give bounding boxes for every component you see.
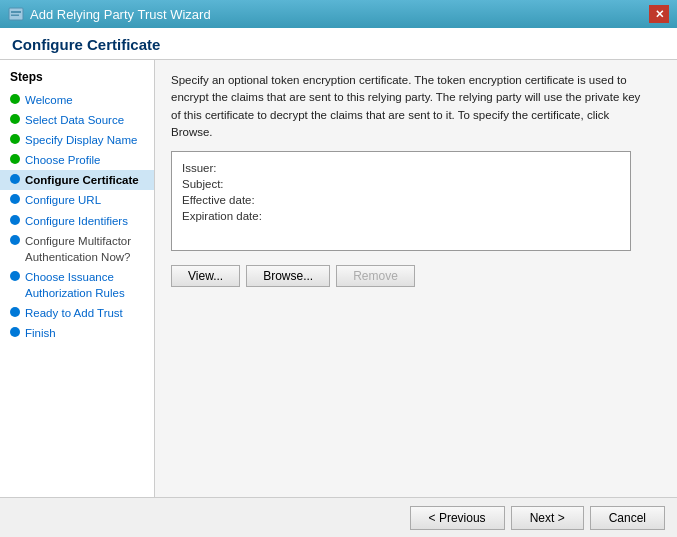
sidebar-item-welcome[interactable]: Welcome	[0, 90, 154, 110]
close-button[interactable]: ✕	[649, 5, 669, 23]
previous-button[interactable]: < Previous	[410, 506, 505, 530]
sidebar-item-label: Configure URL	[25, 192, 101, 208]
step-dot-display	[10, 134, 20, 144]
step-dot-cert	[10, 174, 20, 184]
sidebar-item-label: Ready to Add Trust	[25, 305, 123, 321]
view-button[interactable]: View...	[171, 265, 240, 287]
step-dot-select	[10, 114, 20, 124]
page-title: Configure Certificate	[12, 36, 665, 53]
sidebar-item-label: Specify Display Name	[25, 132, 137, 148]
step-dot-welcome	[10, 94, 20, 104]
certificate-details-box: Issuer: Subject: Effective date: Expirat…	[171, 151, 631, 251]
step-dot-issuance	[10, 271, 20, 281]
sidebar-title: Steps	[0, 70, 154, 90]
sidebar-item-label: Configure Identifiers	[25, 213, 128, 229]
cert-expiration-row: Expiration date:	[182, 208, 620, 224]
sidebar-item-label: Finish	[25, 325, 56, 341]
remove-button[interactable]: Remove	[336, 265, 415, 287]
svg-rect-1	[11, 11, 21, 13]
sidebar-item-choose-profile[interactable]: Choose Profile	[0, 150, 154, 170]
title-bar-text: Add Relying Party Trust Wizard	[30, 7, 211, 22]
step-dot-profile	[10, 154, 20, 164]
sidebar-item-label: Choose Issuance Authorization Rules	[25, 269, 144, 301]
main-window: Configure Certificate Steps Welcome Sele…	[0, 28, 677, 537]
cert-effective-label: Effective date:	[182, 194, 255, 206]
step-dot-multifactor	[10, 235, 20, 245]
cert-issuer-label: Issuer:	[182, 162, 217, 174]
sidebar-item-configure-identifiers[interactable]: Configure Identifiers	[0, 211, 154, 231]
description-text: Specify an optional token encryption cer…	[171, 72, 651, 141]
sidebar-item-label: Select Data Source	[25, 112, 124, 128]
svg-rect-0	[9, 8, 23, 20]
sidebar-item-label: Configure Certificate	[25, 172, 139, 188]
cert-subject-label: Subject:	[182, 178, 224, 190]
sidebar-item-label: Choose Profile	[25, 152, 100, 168]
sidebar-item-configure-multifactor[interactable]: Configure Multifactor Authentication Now…	[0, 231, 154, 267]
cert-button-row: View... Browse... Remove	[171, 265, 661, 287]
cert-subject-row: Subject:	[182, 176, 620, 192]
sidebar-item-configure-certificate[interactable]: Configure Certificate	[0, 170, 154, 190]
sidebar-item-ready-to-add[interactable]: Ready to Add Trust	[0, 303, 154, 323]
sidebar-item-label: Configure Multifactor Authentication Now…	[25, 233, 144, 265]
window-header: Configure Certificate	[0, 28, 677, 60]
browse-button[interactable]: Browse...	[246, 265, 330, 287]
cert-effective-row: Effective date:	[182, 192, 620, 208]
title-bar: Add Relying Party Trust Wizard ✕	[0, 0, 677, 28]
step-dot-url	[10, 194, 20, 204]
main-panel: Specify an optional token encryption cer…	[155, 60, 677, 497]
footer: < Previous Next > Cancel	[0, 497, 677, 537]
svg-rect-2	[11, 15, 19, 17]
content-area: Steps Welcome Select Data Source Specify…	[0, 60, 677, 497]
cancel-button[interactable]: Cancel	[590, 506, 665, 530]
sidebar-item-issuance-rules[interactable]: Choose Issuance Authorization Rules	[0, 267, 154, 303]
cert-issuer-row: Issuer:	[182, 160, 620, 176]
wizard-icon	[8, 6, 24, 22]
sidebar-item-configure-url[interactable]: Configure URL	[0, 190, 154, 210]
cert-expiration-label: Expiration date:	[182, 210, 262, 222]
step-dot-identifiers	[10, 215, 20, 225]
title-bar-left: Add Relying Party Trust Wizard	[8, 6, 211, 22]
sidebar: Steps Welcome Select Data Source Specify…	[0, 60, 155, 497]
step-dot-ready	[10, 307, 20, 317]
next-button[interactable]: Next >	[511, 506, 584, 530]
sidebar-item-label: Welcome	[25, 92, 73, 108]
step-dot-finish	[10, 327, 20, 337]
sidebar-item-select-data-source[interactable]: Select Data Source	[0, 110, 154, 130]
sidebar-item-specify-display-name[interactable]: Specify Display Name	[0, 130, 154, 150]
sidebar-item-finish[interactable]: Finish	[0, 323, 154, 343]
